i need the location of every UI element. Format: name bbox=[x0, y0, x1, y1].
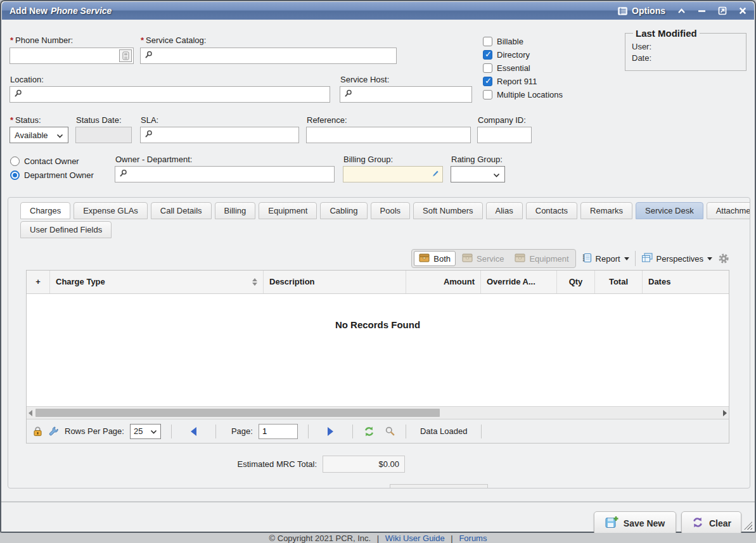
scroll-left-icon[interactable] bbox=[29, 410, 32, 416]
filter-service-button[interactable]: Service bbox=[458, 252, 508, 265]
company-id-input[interactable] bbox=[478, 127, 531, 143]
tab-billing[interactable]: Billing bbox=[215, 202, 256, 219]
tab-attachments[interactable]: Attachments bbox=[707, 202, 750, 219]
sla-input[interactable] bbox=[156, 127, 298, 143]
tab-charges[interactable]: Charges bbox=[20, 202, 70, 219]
department-owner-label: Department Owner bbox=[24, 170, 94, 180]
col-override-amount[interactable]: Override A... bbox=[481, 271, 557, 293]
tab-alias[interactable]: Alias bbox=[486, 202, 523, 219]
lock-icon[interactable] bbox=[33, 426, 42, 437]
col-dates[interactable]: Dates bbox=[643, 271, 729, 293]
rows-per-page-value: 25 bbox=[134, 426, 143, 436]
horizontal-scrollbar[interactable] bbox=[27, 406, 729, 419]
sla-field[interactable] bbox=[140, 127, 299, 143]
page-input[interactable] bbox=[259, 424, 298, 439]
tab-user-defined-fields[interactable]: User Defined Fields bbox=[20, 221, 112, 238]
multiple-locations-checkbox[interactable]: Multiple Locations bbox=[483, 90, 563, 99]
service-host-label: Service Host: bbox=[340, 75, 389, 84]
phone-number-field[interactable] bbox=[10, 48, 134, 64]
filter-both-label: Both bbox=[433, 254, 451, 264]
service-host-input[interactable] bbox=[356, 87, 471, 102]
add-phone-service-window: Add NewPhone Service Options *Pho bbox=[0, 0, 756, 533]
previous-page-icon[interactable] bbox=[191, 427, 196, 436]
rating-group-select[interactable] bbox=[451, 166, 505, 182]
footer-bar: Save New Clear bbox=[1, 501, 755, 532]
forums-link[interactable]: Forums bbox=[459, 533, 487, 543]
filter-equipment-button[interactable]: Equipment bbox=[510, 252, 573, 265]
charges-box-icon bbox=[462, 253, 473, 264]
next-page-icon[interactable] bbox=[328, 427, 333, 436]
scrollbar-thumb[interactable] bbox=[35, 409, 440, 417]
tab-remarks[interactable]: Remarks bbox=[580, 202, 632, 219]
popout-icon[interactable] bbox=[718, 6, 727, 15]
pager-separator bbox=[481, 425, 482, 438]
pencil-icon[interactable] bbox=[432, 170, 439, 179]
owner-department-input[interactable] bbox=[131, 167, 334, 182]
rows-per-page-select[interactable]: 25 bbox=[130, 424, 161, 439]
tab-equipment[interactable]: Equipment bbox=[259, 202, 317, 219]
filter-both-button[interactable]: Both bbox=[414, 251, 456, 266]
phone-lookup-icon[interactable] bbox=[119, 49, 132, 62]
service-host-field[interactable] bbox=[340, 86, 472, 103]
gear-icon[interactable] bbox=[718, 253, 729, 264]
save-new-button[interactable]: Save New bbox=[594, 511, 676, 535]
essential-checkbox[interactable]: Essential bbox=[483, 63, 563, 73]
location-input[interactable] bbox=[25, 87, 330, 102]
contact-owner-radio[interactable]: Contact Owner bbox=[10, 156, 79, 166]
col-qty[interactable]: Qty bbox=[557, 271, 595, 293]
chevron-down-icon bbox=[624, 257, 629, 260]
owner-department-field[interactable] bbox=[115, 166, 335, 182]
refresh-icon[interactable] bbox=[363, 426, 375, 437]
report-menu-button[interactable]: Report bbox=[582, 253, 629, 265]
wrench-icon[interactable] bbox=[48, 426, 59, 437]
tab-pools[interactable]: Pools bbox=[371, 202, 411, 219]
collapse-icon[interactable] bbox=[677, 8, 686, 14]
page-label: Page: bbox=[231, 426, 253, 436]
add-row-column-header[interactable]: + bbox=[27, 271, 50, 293]
window-title-prefix: Add New bbox=[10, 6, 48, 16]
col-charge-type[interactable]: Charge Type bbox=[50, 271, 264, 293]
billable-checkbox[interactable]: Billable bbox=[483, 37, 563, 46]
charge-filter-group: Both Service Equipment bbox=[411, 249, 575, 268]
location-field[interactable] bbox=[10, 86, 330, 103]
close-icon[interactable] bbox=[739, 7, 746, 15]
checkbox-icon bbox=[483, 37, 492, 46]
col-description[interactable]: Description bbox=[264, 271, 406, 293]
reference-input[interactable] bbox=[307, 127, 470, 143]
billable-label: Billable bbox=[497, 37, 523, 46]
reference-field[interactable] bbox=[306, 127, 471, 143]
grid-toolbar: Both Service Equipment Report Persp bbox=[26, 248, 729, 269]
tab-soft-numbers[interactable]: Soft Numbers bbox=[413, 202, 482, 219]
pager-status: Data Loaded bbox=[420, 426, 467, 436]
service-catalog-input[interactable] bbox=[156, 48, 396, 63]
company-id-field[interactable] bbox=[477, 127, 532, 143]
wiki-user-guide-link[interactable]: Wiki User Guide bbox=[385, 533, 445, 543]
clear-button[interactable]: Clear bbox=[681, 511, 741, 535]
phone-number-input[interactable] bbox=[10, 48, 133, 63]
tab-call-details[interactable]: Call Details bbox=[151, 202, 212, 219]
col-total[interactable]: Total bbox=[595, 271, 643, 293]
resize-handle[interactable] bbox=[744, 521, 752, 530]
service-catalog-field[interactable] bbox=[140, 48, 397, 64]
directory-checkbox[interactable]: Directory bbox=[483, 50, 563, 60]
options-button[interactable]: Options bbox=[618, 6, 665, 16]
minimize-icon[interactable] bbox=[698, 10, 706, 13]
checkbox-icon bbox=[483, 63, 492, 73]
col-amount[interactable]: Amount bbox=[406, 271, 481, 293]
status-select[interactable]: Available bbox=[10, 127, 68, 143]
magnifier-icon[interactable] bbox=[385, 426, 395, 437]
status-label: *Status: bbox=[10, 115, 41, 125]
tab-expense-glas[interactable]: Expense GLAs bbox=[74, 202, 148, 219]
perspectives-menu-button[interactable]: Perspectives bbox=[641, 253, 712, 265]
scroll-right-icon[interactable] bbox=[723, 410, 727, 416]
tab-contacts[interactable]: Contacts bbox=[526, 202, 577, 219]
checkbox-icon bbox=[483, 90, 492, 99]
owner-department-label: Owner - Department: bbox=[115, 155, 192, 164]
report-911-checkbox[interactable]: Report 911 bbox=[483, 77, 563, 86]
tab-cabling[interactable]: Cabling bbox=[320, 202, 367, 219]
tab-service-desk[interactable]: Service Desk bbox=[636, 202, 703, 219]
clear-icon bbox=[691, 516, 704, 530]
empty-message: No Records Found bbox=[27, 319, 729, 330]
detail-tab-panel: Charges Expense GLAs Call Details Billin… bbox=[8, 197, 750, 489]
department-owner-radio[interactable]: Department Owner bbox=[10, 170, 94, 180]
